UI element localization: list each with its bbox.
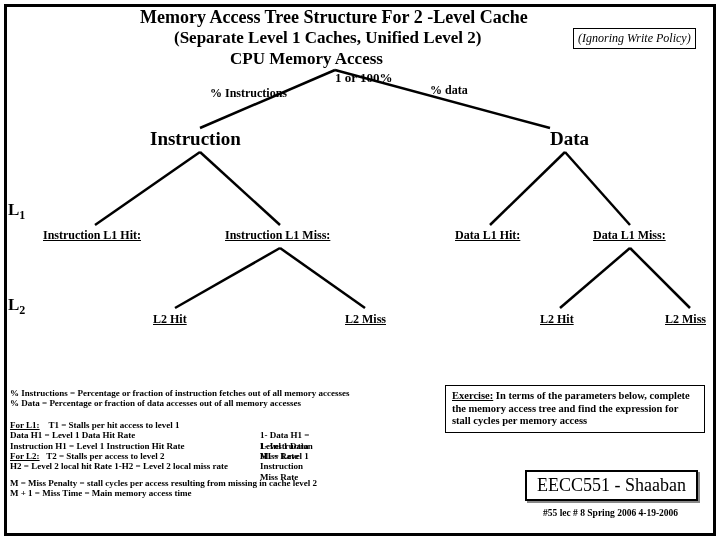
- l2-hit-right: L2 Hit: [540, 312, 574, 327]
- l2-label: L2: [8, 295, 25, 318]
- data-l1-miss: Data L1 Miss:: [593, 228, 666, 243]
- one-or-100-label: 1 or 100%: [335, 70, 393, 86]
- ignoring-note: (Ignoring Write Policy): [573, 28, 696, 49]
- l2-miss-right: L2 Miss: [665, 312, 706, 327]
- defs-top: % Instructions = Percentage or fraction …: [10, 388, 349, 409]
- pct-instructions-label: % Instructions: [210, 86, 287, 101]
- defs-bottom: For L1: T1 = Stalls per hit access to le…: [10, 420, 317, 498]
- data-l1-hit: Data L1 Hit:: [455, 228, 520, 243]
- footer-text: #55 lec # 8 Spring 2006 4-19-2006: [543, 508, 678, 518]
- course-box: EECC551 - Shaaban: [525, 470, 698, 501]
- pct-data-label: % data: [430, 83, 468, 98]
- l2-miss-left: L2 Miss: [345, 312, 386, 327]
- exercise-box: Exercise: In terms of the parameters bel…: [445, 385, 705, 433]
- l2-hit-left: L2 Hit: [153, 312, 187, 327]
- instr-l1-miss: Instruction L1 Miss:: [225, 228, 330, 243]
- title-line-3: CPU Memory Access: [230, 49, 383, 69]
- title-line-2: (Separate Level 1 Caches, Unified Level …: [174, 28, 481, 48]
- instruction-node: Instruction: [150, 128, 241, 150]
- data-node: Data: [550, 128, 589, 150]
- l1-label: L1: [8, 200, 25, 223]
- title-line-1: Memory Access Tree Structure For 2 -Leve…: [140, 7, 528, 28]
- instr-l1-hit: Instruction L1 Hit:: [43, 228, 141, 243]
